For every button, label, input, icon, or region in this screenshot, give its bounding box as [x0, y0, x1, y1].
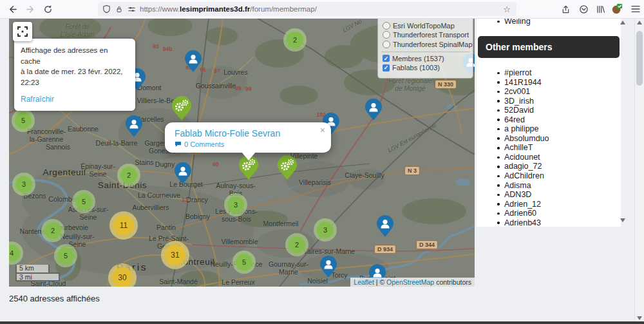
member-list-item[interactable]: Weiling [496, 18, 617, 26]
tracking-shield-icon[interactable] [102, 5, 111, 14]
cache-notice-line1: Affichage des adresses en cache [21, 45, 129, 66]
leaflet-map[interactable]: Forêt de L'Isle-Adamde MontmorencyTavern… [9, 18, 475, 287]
reload-button[interactable] [42, 0, 53, 18]
permissions-icon[interactable] [128, 5, 136, 14]
marker-cluster[interactable]: 3 [12, 173, 35, 196]
member-list-item[interactable]: 3D_irish [496, 97, 617, 106]
radio-icon[interactable] [383, 41, 390, 48]
leaflet-link[interactable]: Leaflet [354, 278, 374, 286]
marker-cluster[interactable]: 5 [72, 190, 95, 213]
base-layer-option[interactable]: Thunderforest SpinalMap [383, 41, 468, 48]
marker-cluster[interactable]: 11 [109, 211, 138, 240]
member-marker[interactable] [365, 99, 382, 123]
member-marker[interactable] [126, 115, 142, 140]
member-list-item[interactable]: 64red [496, 115, 617, 125]
member-list-item[interactable]: Acidounet [496, 153, 617, 162]
page-scroll-down[interactable] [637, 316, 642, 320]
map-town-label: Bobigny [185, 213, 210, 220]
member-marker[interactable] [377, 215, 393, 240]
url-text[interactable]: https://www.lesimprimantes3d.fr/forum/me… [140, 5, 317, 13]
marker-cluster[interactable]: 3 [314, 218, 337, 242]
sidebar-scroll-up[interactable] [620, 21, 625, 24]
map-town-label: Vaires-sur-Marne [303, 247, 355, 255]
account-extension-icon[interactable] [610, 0, 624, 18]
radio-icon[interactable] [383, 22, 390, 30]
page-scroll-up[interactable] [637, 21, 642, 24]
marker-cluster[interactable]: 2 [283, 28, 307, 52]
map-popup: Fablab Micro-Folie Sevran 0 Comments × [165, 122, 331, 153]
member-list-item[interactable]: AchilleT [496, 143, 617, 153]
base-layer-option[interactable]: Esri WorldTopoMap [383, 22, 468, 30]
member-list-item[interactable]: a philippe [496, 124, 617, 134]
sidebar-scroll-down[interactable] [620, 218, 625, 222]
member-list-item[interactable]: 52David [496, 106, 617, 115]
person-pin-icon [377, 215, 393, 237]
member-list-item[interactable]: Adisma [496, 181, 617, 191]
member-list-item[interactable]: Adrien60 [496, 209, 617, 218]
refresh-link[interactable]: Rafraîchir [21, 94, 54, 105]
fablab-marker[interactable] [172, 96, 191, 123]
map-town-label: Le Perreux [222, 278, 254, 286]
checkbox-icon[interactable] [383, 64, 390, 71]
marker-cluster[interactable]: 2 [285, 233, 308, 256]
map-town-label: Sannois [46, 143, 70, 151]
cluster-count: 11 [120, 221, 128, 230]
cluster-count: 2 [127, 171, 131, 179]
marker-cluster[interactable]: 2 [41, 219, 64, 242]
marker-cluster[interactable]: 31 [161, 241, 189, 269]
member-marker[interactable] [175, 162, 191, 187]
base-layer-option[interactable]: Thunderforest Transport [383, 31, 468, 39]
marker-cluster[interactable]: 30 [108, 263, 137, 287]
marker-cluster[interactable]: 5 [54, 244, 77, 267]
member-list-item[interactable]: Adrien_12 [496, 200, 617, 209]
members-list: #pierrot141R19442cv0013D_irish52David64r… [496, 68, 617, 227]
person-pin-icon [126, 115, 142, 137]
app-menu-icon[interactable] [629, 0, 642, 18]
marker-cluster[interactable]: 5 [12, 109, 35, 132]
page-scrollbar-thumb[interactable] [636, 31, 643, 86]
popup-comments-link[interactable]: 0 Comments [175, 140, 224, 148]
members-sidebar[interactable]: Weiling Other members #pierrot141R19442c… [477, 18, 621, 227]
forward-button[interactable] [24, 0, 36, 18]
osm-link[interactable]: OpenStreetMap [386, 278, 434, 286]
map-town-label: Villemomble [222, 238, 258, 245]
fullscreen-button[interactable] [13, 22, 32, 41]
overlay-option[interactable]: Fablabs (1003) [383, 64, 468, 71]
scale-mi: 3 mi [15, 272, 60, 281]
save-page-icon[interactable] [559, 0, 572, 18]
member-marker[interactable] [320, 256, 337, 280]
url-bar[interactable]: https://www.lesimprimantes3d.fr/forum/me… [98, 2, 516, 16]
popup-close-icon[interactable]: × [320, 125, 325, 135]
back-button[interactable] [6, 0, 18, 18]
marker-cluster[interactable]: 3 [224, 193, 247, 216]
cache-notice-line2: à la date de mer. 23 févr. 2022, 22:23 [21, 66, 129, 88]
road-number-label: 97 [214, 68, 220, 74]
cluster-count: 4 [10, 249, 14, 257]
fablab-marker[interactable] [278, 155, 297, 182]
popup-tail [242, 152, 256, 160]
popup-title-link[interactable]: Fablab Micro-Folie Sevran [175, 128, 280, 138]
member-marker[interactable] [185, 50, 202, 75]
pocket-icon[interactable] [577, 0, 590, 18]
marker-cluster[interactable]: 2 [117, 164, 140, 187]
member-list-item[interactable]: 141R1944 [496, 78, 617, 88]
road-shield: D 344 [416, 240, 438, 249]
cluster-count: 5 [21, 117, 25, 124]
bookmark-star-icon[interactable]: ☆ [503, 5, 511, 14]
overlay-option[interactable]: Membres (1537) [383, 55, 468, 62]
member-list-item[interactable]: Absolumduo [496, 134, 617, 144]
member-list-item[interactable]: Adrienb43 [496, 218, 617, 227]
map-town-label: Goussainville [196, 82, 236, 90]
map-town-label: Forêt régionale de Montgé [388, 77, 431, 92]
member-list-item[interactable]: 2cv001 [496, 87, 617, 97]
library-icon[interactable] [594, 0, 607, 18]
member-list-item[interactable]: ADN3D [496, 190, 617, 200]
member-list-item[interactable]: #pierrot [496, 68, 617, 78]
member-list-item[interactable]: AdChildren [496, 171, 617, 181]
lock-icon[interactable] [115, 5, 123, 14]
member-list-item[interactable]: adagio_72 [496, 162, 617, 171]
person-pin-icon [185, 50, 202, 72]
radio-icon[interactable] [383, 31, 390, 39]
checkbox-icon[interactable] [383, 55, 390, 62]
marker-cluster[interactable]: 5 [232, 251, 256, 274]
